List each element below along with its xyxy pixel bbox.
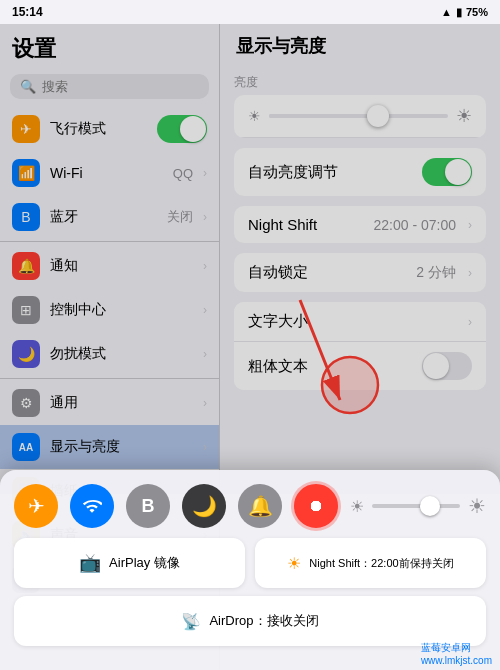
auto-brightness-row[interactable]: 自动亮度调节 [234, 148, 486, 196]
sidebar-label-general: 通用 [50, 394, 193, 412]
bold-text-toggle[interactable] [422, 352, 472, 380]
cc-slider-thumb[interactable] [420, 496, 440, 516]
wifi-sidebar-icon: 📶 [12, 159, 40, 187]
control-center: ✈ B 🌙 🔔 ⏺ ☀ ☀ 📺 AirPlay 镜像 ☀ Night Shif [0, 470, 500, 670]
cc-record-btn[interactable]: ⏺ [294, 484, 338, 528]
panel-title: 显示与亮度 [220, 24, 500, 66]
cc-moon-btn[interactable]: 🌙 [182, 484, 226, 528]
cc-airplane-btn[interactable]: ✈ [14, 484, 58, 528]
wifi-icon: ▲ [441, 6, 452, 18]
toggle-knob-3 [423, 353, 449, 379]
display-arrow: › [203, 440, 207, 454]
sidebar-item-dnd[interactable]: 🌙 勿扰模式 › [0, 332, 219, 376]
search-icon: 🔍 [20, 79, 36, 94]
cc-airdrop-btn[interactable]: 📡 AirDrop：接收关闭 [14, 596, 486, 646]
status-left: 15:14 [12, 5, 43, 19]
night-shift-section: Night Shift 22:00 - 07:00 › [234, 206, 486, 243]
airplay-icon: 📺 [79, 552, 101, 574]
dnd-arrow: › [203, 347, 207, 361]
airplane-toggle[interactable] [157, 115, 207, 143]
auto-lock-arrow: › [468, 266, 472, 280]
auto-lock-section: 自动锁定 2 分钟 › [234, 253, 486, 292]
bluetooth-value: 关闭 [167, 208, 193, 226]
control-icon: ⊞ [12, 296, 40, 324]
notification-icon: 🔔 [12, 252, 40, 280]
text-size-arrow: › [468, 315, 472, 329]
sidebar-item-display[interactable]: AA 显示与亮度 › [0, 425, 219, 469]
brightness-label: 亮度 [220, 66, 500, 95]
brightness-section: ☀ ☀ [234, 95, 486, 138]
battery-icon: ▮ [456, 6, 462, 19]
toggle-knob-2 [445, 159, 471, 185]
notification-arrow: › [203, 259, 207, 273]
auto-brightness-section: 自动亮度调节 [234, 148, 486, 196]
airplay-label: AirPlay 镜像 [109, 554, 180, 572]
status-time: 15:14 [12, 5, 43, 19]
cc-wifi-btn[interactable] [70, 484, 114, 528]
cc-airplay-btn[interactable]: 📺 AirPlay 镜像 [14, 538, 245, 588]
divider-1 [0, 241, 219, 242]
control-arrow: › [203, 303, 207, 317]
sidebar-label-airplane: 飞行模式 [50, 120, 147, 138]
cc-bell-btn[interactable]: 🔔 [238, 484, 282, 528]
status-right: ▲ ▮ 75% [441, 6, 488, 19]
night-shift-value: 22:00 - 07:00 [373, 217, 456, 233]
sidebar-item-notification[interactable]: 🔔 通知 › [0, 244, 219, 288]
sidebar-label-control: 控制中心 [50, 301, 193, 319]
brightness-track[interactable] [269, 114, 448, 118]
sidebar-label-dnd: 勿扰模式 [50, 345, 193, 363]
airdrop-label: AirDrop：接收关闭 [209, 612, 318, 630]
auto-lock-row[interactable]: 自动锁定 2 分钟 › [234, 253, 486, 292]
sidebar-item-airplane[interactable]: ✈ 飞行模式 [0, 107, 219, 151]
sidebar-label-bluetooth: 蓝牙 [50, 208, 157, 226]
sidebar-label-notification: 通知 [50, 257, 193, 275]
sidebar-item-wifi[interactable]: 📶 Wi-Fi QQ › [0, 151, 219, 195]
general-arrow: › [203, 396, 207, 410]
bold-text-row[interactable]: 粗体文本 [234, 342, 486, 390]
text-size-row[interactable]: 文字大小 › [234, 302, 486, 342]
bluetooth-icon: B [12, 203, 40, 231]
night-shift-arrow: › [468, 218, 472, 232]
airplane-icon: ✈ [12, 115, 40, 143]
brightness-fill [269, 114, 376, 118]
sidebar-label-wifi: Wi-Fi [50, 165, 163, 181]
night-shift-row[interactable]: Night Shift 22:00 - 07:00 › [234, 206, 486, 243]
brightness-slider-row[interactable]: ☀ ☀ [234, 95, 486, 138]
cc-top-row: ✈ B 🌙 🔔 ⏺ ☀ ☀ [14, 484, 486, 528]
sidebar-item-control[interactable]: ⊞ 控制中心 › [0, 288, 219, 332]
cc-buttons-row: 📺 AirPlay 镜像 ☀ Night Shift：22:00前保持关闭 [14, 538, 486, 588]
battery-pct: 75% [466, 6, 488, 18]
sidebar-label-display: 显示与亮度 [50, 438, 193, 456]
airdrop-icon: 📡 [181, 612, 201, 631]
search-input[interactable] [42, 79, 199, 94]
night-shift-label: Night Shift [248, 216, 365, 233]
cc-sun-icon: ☀ [350, 497, 364, 516]
brightness-high-icon: ☀ [456, 105, 472, 127]
nightshift-label: Night Shift：22:00前保持关闭 [309, 556, 453, 571]
nightshift-icon: ☀ [287, 554, 301, 573]
cc-bottom-row: 📡 AirDrop：接收关闭 [14, 596, 486, 646]
dnd-icon: 🌙 [12, 340, 40, 368]
wifi-value: QQ [173, 166, 193, 181]
status-bar: 15:14 ▲ ▮ 75% [0, 0, 500, 24]
text-section: 文字大小 › 粗体文本 [234, 302, 486, 390]
text-size-label: 文字大小 [248, 312, 460, 331]
bluetooth-arrow: › [203, 210, 207, 224]
cc-brightness-row: ☀ ☀ [350, 494, 486, 518]
auto-brightness-toggle[interactable] [422, 158, 472, 186]
sidebar-title: 设置 [0, 24, 219, 70]
sidebar-item-general[interactable]: ⚙ 通用 › [0, 381, 219, 425]
brightness-low-icon: ☀ [248, 108, 261, 124]
wifi-arrow: › [203, 166, 207, 180]
toggle-knob [180, 116, 206, 142]
divider-2 [0, 378, 219, 379]
cc-slider-track[interactable] [372, 504, 460, 508]
auto-brightness-label: 自动亮度调节 [248, 163, 414, 182]
search-bar[interactable]: 🔍 [10, 74, 209, 99]
cc-bluetooth-btn[interactable]: B [126, 484, 170, 528]
sidebar-item-bluetooth[interactable]: B 蓝牙 关闭 › [0, 195, 219, 239]
display-icon: AA [12, 433, 40, 461]
brightness-thumb[interactable] [367, 105, 389, 127]
cc-nightshift-btn[interactable]: ☀ Night Shift：22:00前保持关闭 [255, 538, 486, 588]
general-icon: ⚙ [12, 389, 40, 417]
